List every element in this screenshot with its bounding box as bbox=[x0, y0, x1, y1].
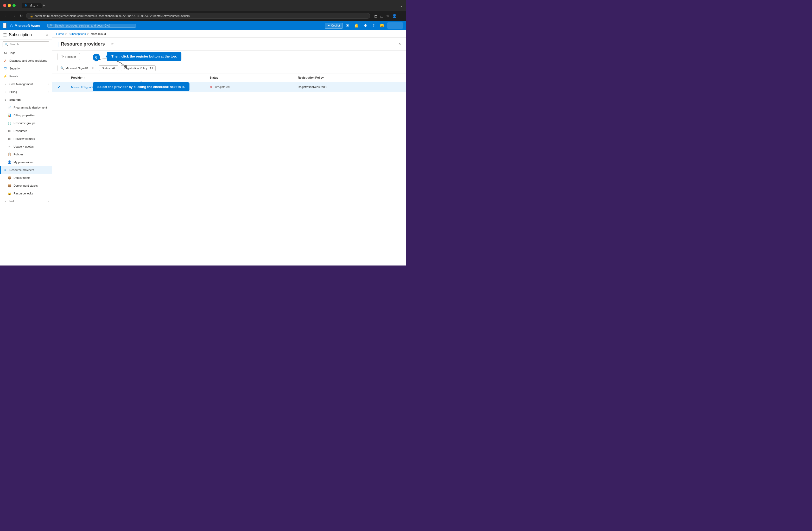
sidebar-item-deployment-stacks[interactable]: 📦 Deployment stacks bbox=[0, 182, 52, 189]
tab-title: Mi... bbox=[29, 4, 35, 7]
feedback-btn[interactable]: 😊 bbox=[378, 23, 386, 29]
sidebar-item-resource-locks[interactable]: 🔒 Resource locks bbox=[0, 189, 52, 197]
deployments-icon: 📦 bbox=[7, 176, 12, 180]
sidebar-item-label: Security bbox=[9, 67, 20, 70]
azure-search-input[interactable] bbox=[55, 24, 133, 27]
tab-bar: M Mi... × + bbox=[22, 3, 45, 8]
azure-logo-icon: A bbox=[10, 23, 13, 28]
more-btn[interactable]: ⋮ bbox=[399, 14, 403, 18]
panel-close-btn[interactable]: × bbox=[398, 42, 401, 46]
translate-btn[interactable]: ⬚ bbox=[380, 14, 383, 18]
new-tab-btn[interactable]: + bbox=[43, 3, 45, 8]
row-status-cell: ⊗ unregistered bbox=[204, 82, 292, 92]
sidebar-item-help[interactable]: › Help › bbox=[0, 197, 52, 205]
tab-close-btn[interactable]: × bbox=[37, 4, 39, 7]
policies-icon: 📋 bbox=[7, 152, 12, 156]
traffic-light-red[interactable] bbox=[3, 4, 6, 7]
sidebar-item-programmatic-deployment[interactable]: 📄 Programmatic deployment bbox=[0, 104, 52, 111]
register-icon: ↻ bbox=[61, 55, 64, 58]
billing-props-icon: 📊 bbox=[7, 113, 12, 117]
provider-filter-close[interactable]: × bbox=[92, 67, 93, 70]
sidebar-item-events[interactable]: ⚡ Events bbox=[0, 72, 52, 80]
register-btn[interactable]: ↻ Register bbox=[58, 53, 80, 60]
collapse-btn[interactable]: « bbox=[45, 32, 49, 38]
sidebar-item-label: Settings bbox=[9, 98, 20, 101]
settings-btn[interactable]: ⚙ bbox=[362, 23, 369, 29]
col-checkbox bbox=[52, 73, 66, 82]
status-filter-text: Status : All bbox=[102, 67, 115, 70]
sidebar-item-label: Cost Management bbox=[9, 83, 33, 86]
panel-title: Resource providers bbox=[58, 41, 105, 47]
breadcrumb-home[interactable]: Home bbox=[56, 32, 64, 35]
bookmark-btn[interactable]: ☆ bbox=[386, 14, 390, 18]
sidebar-item-resource-providers[interactable]: ≡ Resource providers bbox=[0, 166, 52, 174]
sidebar-item-tags[interactable]: 🏷 Tags bbox=[0, 49, 52, 57]
copilot-icon: ✦ bbox=[328, 24, 330, 27]
resource-groups-icon: ⬚ bbox=[7, 121, 12, 125]
sidebar-item-security[interactable]: 🛡 Security bbox=[0, 64, 52, 72]
status-filter-chip[interactable]: Status : All bbox=[99, 65, 118, 71]
shield-icon: 🛡 bbox=[3, 66, 7, 71]
permissions-icon: 👤 bbox=[7, 160, 12, 164]
policy-filter-chip[interactable]: Registration Policy : All bbox=[121, 65, 156, 71]
col-status[interactable]: Status bbox=[204, 73, 292, 82]
sidebar-item-billing-properties[interactable]: 📊 Billing properties bbox=[0, 111, 52, 119]
help-chevron-icon: › bbox=[48, 200, 49, 202]
sidebar-item-label: Resource groups bbox=[14, 121, 35, 125]
traffic-light-yellow[interactable] bbox=[8, 4, 11, 7]
profile-btn[interactable]: 👤 bbox=[392, 14, 397, 18]
url-text: portal.azure.com/#@cross4cloud.com/resou… bbox=[34, 14, 190, 17]
tags-icon: 🏷 bbox=[3, 51, 7, 55]
sidebar-item-resource-groups[interactable]: ⬚ Resource groups bbox=[0, 119, 52, 127]
col-provider[interactable]: Provider ↑ bbox=[66, 73, 204, 82]
breadcrumb-subscriptions[interactable]: Subscriptions bbox=[69, 32, 86, 35]
sidebar-settings-section[interactable]: ∨ Settings bbox=[0, 96, 52, 104]
sidebar-item-label: Diagnose and solve problems bbox=[9, 59, 47, 62]
resource-providers-panel: Resource providers ☆ … × ↻ Register 🔍 Mi… bbox=[52, 38, 406, 266]
azure-search[interactable]: 🔍 bbox=[47, 24, 136, 28]
diagnose-icon: ✗ bbox=[3, 59, 7, 63]
policy-info-icon[interactable]: ℹ bbox=[325, 85, 327, 88]
panel-more-btn[interactable]: … bbox=[117, 41, 122, 47]
sidebar-item-my-permissions[interactable]: 👤 My permissions bbox=[0, 158, 52, 166]
sidebar-item-usage-quotas[interactable]: ≡ Usage + quotas bbox=[0, 143, 52, 150]
sidebar-item-cost-management[interactable]: › Cost Management › bbox=[0, 80, 52, 88]
breadcrumb-current: cross4cloud bbox=[90, 32, 106, 35]
row-check-icon: ✔ bbox=[58, 85, 61, 89]
nav-refresh-btn[interactable]: ↻ bbox=[19, 13, 24, 19]
provider-filter-chip[interactable]: 🔍 Microsoft.SignalR... × bbox=[58, 65, 96, 71]
chevron-icon: › bbox=[48, 83, 49, 85]
sidebar-search-input[interactable] bbox=[3, 41, 49, 47]
nav-back-btn[interactable]: ← bbox=[3, 13, 9, 19]
sidebar-item-label: Help bbox=[9, 200, 15, 203]
url-lock-icon: 🔒 bbox=[30, 15, 33, 17]
panel-star-btn[interactable]: ☆ bbox=[110, 41, 115, 47]
col-policy[interactable]: Registration Policy bbox=[292, 73, 406, 82]
url-bar[interactable]: 🔒 portal.azure.com/#@cross4cloud.com/res… bbox=[26, 13, 370, 19]
col-provider-label: Provider bbox=[71, 76, 83, 79]
nav-forward-btn[interactable]: → bbox=[11, 13, 17, 19]
sidebar-item-label: Deployment stacks bbox=[14, 184, 38, 187]
sidebar-item-deployments[interactable]: 📦 Deployments bbox=[0, 174, 52, 182]
tab-overflow-btn[interactable]: ⌄ bbox=[400, 3, 403, 8]
traffic-light-green[interactable] bbox=[13, 4, 16, 7]
mail-btn[interactable]: ✉ bbox=[344, 23, 351, 29]
sidebar-item-billing[interactable]: › Billing › bbox=[0, 88, 52, 96]
events-icon: ⚡ bbox=[3, 74, 7, 78]
filter-row: 🔍 Microsoft.SignalR... × Status : All Re… bbox=[52, 63, 406, 73]
sidebar-item-label: Preview features bbox=[14, 137, 35, 140]
sidebar-item-preview-features[interactable]: ⊞ Preview features bbox=[0, 135, 52, 143]
sidebar-item-diagnose[interactable]: ✗ Diagnose and solve problems bbox=[0, 57, 52, 64]
hamburger-btn[interactable]: ≡ bbox=[3, 23, 6, 28]
copilot-btn[interactable]: ✦ Copilot bbox=[325, 23, 343, 29]
screen-cast-btn[interactable]: ⬒ bbox=[374, 14, 378, 18]
sidebar-item-policies[interactable]: 📋 Policies bbox=[0, 150, 52, 158]
row-checkbox-cell[interactable]: ✔ bbox=[52, 82, 66, 92]
help-btn[interactable]: ? bbox=[370, 23, 377, 29]
sidebar-item-resources[interactable]: ⊞ Resources bbox=[0, 127, 52, 135]
deployment-stacks-icon: 📦 bbox=[7, 184, 12, 188]
active-tab[interactable]: M Mi... × bbox=[22, 3, 42, 8]
notifications-btn[interactable]: 🔔 bbox=[352, 23, 361, 29]
user-avatar-area[interactable] bbox=[387, 23, 403, 29]
programmatic-icon: 📄 bbox=[7, 105, 12, 110]
